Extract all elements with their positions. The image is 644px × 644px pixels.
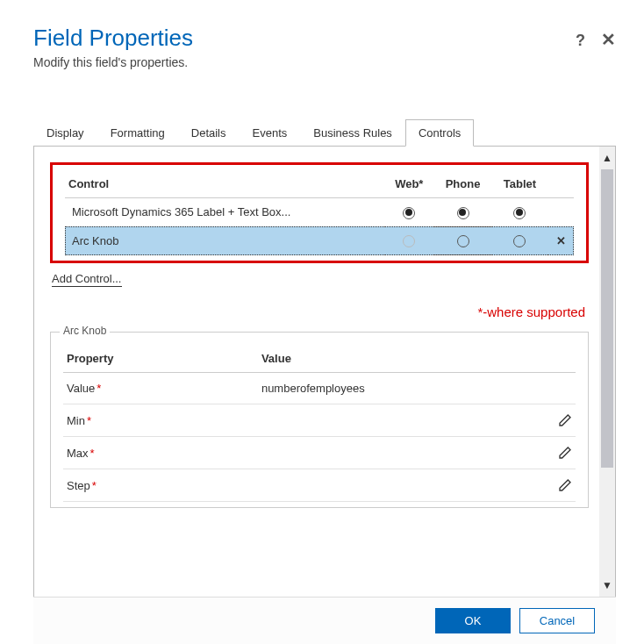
col-web: Web* (384, 174, 433, 198)
prop-row-max: Max* (63, 437, 576, 469)
prop-label: Max (67, 447, 89, 460)
col-control: Control (65, 174, 384, 198)
radio-phone[interactable] (457, 235, 469, 247)
arc-knob-fieldset: Arc Knob Property Value Value* numberofe… (50, 332, 589, 508)
vertical-scrollbar[interactable]: ▲ ▼ (599, 147, 615, 597)
prop-row-step: Step* (63, 469, 576, 502)
pencil-icon[interactable] (558, 413, 572, 427)
control-row-label: Arc Knob (65, 226, 384, 255)
prop-label: Step (67, 479, 90, 492)
prop-row-min: Min* (63, 404, 576, 437)
required-asterisk: * (97, 382, 101, 395)
page-title: Field Properties (33, 25, 576, 52)
required-asterisk: * (90, 447, 95, 460)
radio-tablet[interactable] (513, 235, 526, 247)
prop-row-value: Value* numberofemployees (63, 373, 576, 404)
control-row[interactable]: Microsoft Dynamics 365 Label + Text Box.… (65, 198, 574, 227)
scroll-thumb[interactable] (601, 169, 613, 468)
tab-details[interactable]: Details (178, 119, 240, 147)
controls-highlight-box: Control Web* Phone Tablet Microsoft Dyna… (50, 162, 589, 263)
prop-label: Value (67, 382, 95, 395)
col-tablet: Tablet (492, 174, 547, 198)
property-table: Property Value Value* numberofemployees … (63, 348, 576, 502)
page-subtitle: Modify this field's properties. (33, 55, 576, 69)
tab-display[interactable]: Display (33, 119, 97, 147)
col-property: Property (63, 348, 258, 373)
required-asterisk: * (92, 479, 97, 492)
ok-button[interactable]: OK (435, 608, 511, 633)
add-control-link[interactable]: Add Control... (52, 272, 122, 287)
radio-web[interactable] (403, 207, 415, 219)
control-row[interactable]: Arc Knob ✕ (65, 226, 574, 255)
prop-value: numberofemployees (258, 373, 576, 404)
close-icon[interactable]: ✕ (601, 32, 616, 50)
radio-phone[interactable] (457, 207, 469, 219)
control-row-label: Microsoft Dynamics 365 Label + Text Box.… (65, 198, 384, 227)
tab-events[interactable]: Events (240, 119, 301, 147)
scroll-up-arrow[interactable]: ▲ (602, 148, 612, 168)
footnote: *-where supported (50, 304, 585, 319)
scroll-down-arrow[interactable]: ▼ (602, 576, 612, 595)
tab-formatting[interactable]: Formatting (97, 119, 178, 147)
tab-controls[interactable]: Controls (405, 119, 474, 147)
prop-label: Min (67, 414, 85, 427)
radio-web[interactable] (403, 235, 415, 247)
cancel-button[interactable]: Cancel (519, 608, 595, 633)
col-value: Value (258, 348, 576, 373)
pencil-icon[interactable] (558, 446, 572, 460)
col-phone: Phone (433, 174, 492, 198)
required-asterisk: * (87, 414, 91, 427)
remove-control-icon[interactable]: ✕ (547, 226, 574, 255)
pencil-icon[interactable] (558, 478, 572, 492)
tab-strip: Display Formatting Details Events Busine… (33, 118, 616, 147)
help-icon[interactable]: ? (576, 32, 585, 50)
radio-tablet[interactable] (513, 207, 526, 219)
tab-business-rules[interactable]: Business Rules (300, 119, 405, 147)
fieldset-legend: Arc Knob (60, 325, 110, 337)
control-table: Control Web* Phone Tablet Microsoft Dyna… (65, 174, 574, 255)
